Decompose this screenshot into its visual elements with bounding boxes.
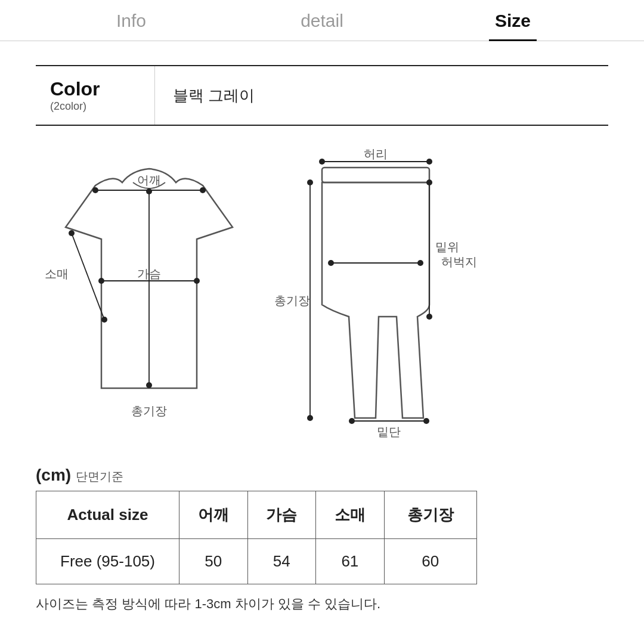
table-header-chest: 가슴: [247, 491, 316, 539]
table-cell-size-range: Free (95-105): [36, 539, 179, 584]
tshirt-diagram: 어깨 가슴 소매 총기장: [36, 150, 262, 418]
svg-text:총기장: 총기장: [131, 404, 167, 417]
svg-point-30: [307, 179, 313, 185]
table-header-actual-size: Actual size: [36, 491, 179, 539]
svg-point-14: [146, 382, 152, 388]
svg-point-26: [328, 260, 334, 266]
svg-rect-16: [322, 168, 429, 182]
table-cell-shoulder-val: 50: [179, 539, 248, 584]
svg-point-1: [92, 187, 98, 193]
color-label-box: Color (2color): [36, 66, 155, 125]
svg-point-18: [319, 159, 325, 165]
svg-text:밑단: 밑단: [377, 425, 401, 438]
svg-point-6: [194, 278, 200, 284]
table-header-sleeve: 소매: [316, 491, 385, 539]
svg-point-9: [69, 230, 75, 236]
table-cell-sleeve-val: 61: [316, 539, 385, 584]
color-sub: (2color): [50, 100, 140, 113]
tab-detail[interactable]: detail: [227, 0, 417, 41]
table-cell-chest-val: 54: [247, 539, 316, 584]
pants-diagram: 허리 밑위 허벅지 총기장 밑단: [286, 150, 465, 442]
svg-point-19: [426, 159, 432, 165]
svg-line-8: [72, 233, 104, 320]
table-header-shoulder: 어깨: [179, 491, 248, 539]
svg-point-35: [423, 418, 429, 424]
table-header-row: Actual size 어깨 가슴 소매 총기장: [36, 491, 477, 539]
svg-text:밑위: 밑위: [435, 240, 459, 253]
size-disclaimer: 사이즈는 측정 방식에 따라 1-3cm 차이가 있을 수 있습니다.: [36, 595, 608, 613]
svg-point-27: [417, 260, 423, 266]
tab-navigation: Info detail Size: [0, 0, 644, 41]
svg-text:허벅지: 허벅지: [441, 255, 477, 268]
main-content: Color (2color) 블랙 그레이 어깨 가슴 소매: [0, 41, 644, 637]
svg-text:어깨: 어깨: [137, 174, 161, 187]
color-title: Color: [50, 78, 140, 100]
size-unit: (cm) 단면기준: [36, 466, 608, 485]
size-unit-sub: 단면기준: [76, 469, 123, 485]
table-header-total-length: 총기장: [384, 491, 476, 539]
color-value: 블랙 그레이: [155, 73, 273, 118]
svg-point-10: [101, 317, 107, 323]
table-row: Free (95-105) 50 54 61 60: [36, 539, 477, 584]
svg-point-2: [200, 187, 206, 193]
svg-point-23: [426, 314, 432, 320]
tab-size[interactable]: Size: [417, 0, 608, 41]
diagram-area: 어깨 가슴 소매 총기장: [36, 150, 608, 442]
tab-info[interactable]: Info: [36, 0, 227, 41]
svg-text:허리: 허리: [364, 147, 388, 160]
svg-point-13: [146, 188, 152, 194]
svg-point-34: [349, 418, 355, 424]
svg-point-31: [307, 415, 313, 421]
svg-point-5: [98, 278, 104, 284]
svg-text:총기장: 총기장: [274, 294, 310, 307]
size-unit-cm: (cm): [36, 466, 71, 485]
table-cell-total-length-val: 60: [384, 539, 476, 584]
svg-text:소매: 소매: [45, 267, 69, 280]
svg-point-22: [426, 179, 432, 185]
size-table: Actual size 어깨 가슴 소매 총기장 Free (95-105) 5…: [36, 491, 477, 584]
color-section: Color (2color) 블랙 그레이: [36, 65, 608, 126]
